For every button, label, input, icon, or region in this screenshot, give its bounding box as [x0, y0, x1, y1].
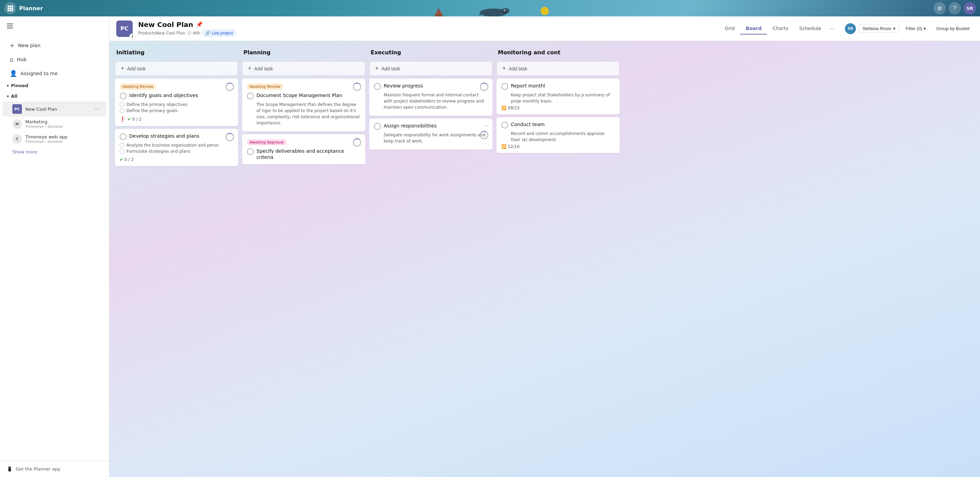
- task-title: Conduct team: [511, 121, 615, 127]
- card-description: Maintain frequent formal and informal co…: [383, 92, 488, 110]
- subtask-item: Analyze the business organization and pe…: [120, 143, 233, 147]
- card-date: 🔁 09/15: [501, 106, 615, 110]
- chevron-icon: ▾: [7, 94, 9, 99]
- plan-avatar-info-icon: ℹ: [129, 33, 135, 40]
- waffle-menu-button[interactable]: [4, 2, 16, 14]
- subtask-circle: [120, 149, 124, 154]
- card-subtasks: Define the primary objectives Define the…: [120, 102, 233, 113]
- task-complete-circle[interactable]: [374, 123, 381, 130]
- sidebar-header: [0, 16, 109, 35]
- column-header-initiating: Initiating: [115, 46, 238, 59]
- card-footer: ❗ ✔ 0 / 2: [120, 117, 233, 122]
- clock-icon: 🕐: [187, 31, 191, 35]
- help-button[interactable]: ?: [948, 2, 961, 14]
- column-cards-planning: Awaiting Review Document Scope Managemen…: [242, 79, 365, 472]
- plan-title-row: New Cool Plan 📌: [138, 21, 236, 29]
- check-icon: ✔: [120, 157, 123, 162]
- task-card-conduct-team[interactable]: Conduct team Record and comm accomplishm…: [496, 117, 620, 153]
- sidebar-item-assigned-to-me[interactable]: 👤 Assigned to me: [3, 66, 107, 80]
- show-more-link[interactable]: Show more: [3, 147, 107, 157]
- task-complete-circle[interactable]: [374, 83, 381, 90]
- task-card-assign-responsibilities[interactable]: ··· Assign responsibilities Delegate res…: [369, 119, 492, 150]
- plan-icon: M: [12, 119, 22, 129]
- add-task-button-monitoring[interactable]: + Add task: [496, 61, 620, 76]
- chevron-down-icon: ▾: [924, 26, 926, 31]
- plan-sub: Timeneye › General: [25, 124, 62, 129]
- task-complete-circle[interactable]: [247, 148, 254, 155]
- add-task-button-executing[interactable]: + Add task: [369, 61, 492, 76]
- sidebar-item-new-plan[interactable]: + New plan: [3, 38, 107, 52]
- tab-charts[interactable]: Charts: [767, 23, 794, 35]
- task-complete-circle[interactable]: [501, 83, 508, 90]
- all-label: All: [11, 93, 18, 99]
- task-card-document-scope[interactable]: Awaiting Review Document Scope Managemen…: [242, 79, 365, 132]
- task-card-identify-goals[interactable]: Awaiting Review Identify goals and objec…: [115, 79, 238, 126]
- hamburger-line: [7, 28, 13, 29]
- svg-rect-8: [12, 10, 13, 11]
- card-label: Awaiting Review: [247, 84, 283, 90]
- content-area: PC ℹ New Cool Plan 📌 ProductsNew Cool Pl…: [110, 16, 980, 477]
- subtask-item: Formulate strategies and plans: [120, 149, 233, 154]
- sidebar-pinned-section[interactable]: ▾ Pinned: [0, 80, 109, 91]
- column-cards-monitoring: Report monthl Keep project stat Stakehol…: [496, 79, 620, 472]
- task-complete-circle[interactable]: [247, 93, 254, 100]
- nav-more-button[interactable]: ···: [827, 23, 837, 35]
- svg-rect-5: [12, 8, 13, 9]
- pin-icon[interactable]: 📌: [196, 21, 203, 28]
- sidebar-plan-timeneye-web[interactable]: T Timeneye web app Timeneye › General: [3, 132, 107, 147]
- task-card-review-progress[interactable]: Review progress Maintain frequent formal…: [369, 79, 492, 116]
- tab-schedule[interactable]: Schedule: [794, 23, 826, 35]
- link-project-button[interactable]: 🔗 Link project: [202, 29, 236, 37]
- add-task-button-planning[interactable]: + Add task: [242, 61, 365, 76]
- tab-board[interactable]: Board: [740, 23, 767, 35]
- user-avatar[interactable]: SR: [964, 2, 976, 14]
- sidebar-all-section[interactable]: ▾ All: [0, 91, 109, 101]
- sidebar-item-hub[interactable]: ⌂ Hub: [3, 52, 107, 66]
- column-header-monitoring: Monitoring and cont: [496, 46, 620, 59]
- task-card-specify-deliverables[interactable]: Awaiting Approval Specify deliverables a…: [242, 134, 365, 164]
- plan-meta: Timeneye web app Timeneye › General: [25, 134, 67, 144]
- card-subtasks: Analyze the business organization and pe…: [120, 143, 233, 154]
- hub-icon: ⌂: [10, 56, 13, 63]
- tab-grid[interactable]: Grid: [719, 23, 740, 35]
- task-card-develop-strategies[interactable]: Develop strategies and plans Analyze the…: [115, 129, 238, 166]
- task-complete-circle[interactable]: [120, 133, 127, 140]
- group-by-button[interactable]: Group by Bucket: [932, 24, 973, 33]
- task-complete-circle[interactable]: [501, 122, 508, 128]
- repeat-icon: 🔁: [501, 106, 506, 110]
- plan-actions: SR Stefania Rossi ▾ Filter (0) ▾ Group b…: [845, 23, 973, 34]
- chevron-icon: ▾: [7, 83, 9, 88]
- plus-icon: +: [248, 65, 252, 72]
- card-more-button[interactable]: ···: [484, 123, 488, 129]
- card-progress: ✔ 0 / 2: [127, 117, 142, 122]
- sidebar-toggle-button[interactable]: [5, 21, 16, 32]
- get-app-label: Get the Planner app: [16, 466, 60, 472]
- column-planning: Planning + Add task Awaiting Review Doc: [242, 46, 365, 472]
- subtask-circle: [120, 143, 124, 147]
- member-avatar-stefania[interactable]: SR: [845, 23, 856, 34]
- task-title: Report monthl: [511, 83, 615, 89]
- sidebar-plan-new-cool-plan[interactable]: PC New Cool Plan ···: [3, 101, 107, 117]
- column-executing: Executing + Add task Review progress: [369, 46, 492, 472]
- sidebar: + New plan ⌂ Hub 👤 Assigned to me ▾ Pinn…: [0, 16, 110, 477]
- subtask-label: Analyze the business organization and pe…: [127, 143, 218, 147]
- plan-meta: Marketing Timeneye › General: [25, 119, 62, 129]
- svg-rect-3: [8, 8, 9, 9]
- plan-more-button[interactable]: ···: [93, 105, 101, 113]
- pinned-label: Pinned: [11, 83, 29, 88]
- filter-button[interactable]: Filter (0) ▾: [902, 24, 930, 33]
- column-initiating: Initiating + Add task Awaiting Review I: [115, 46, 238, 472]
- members-button[interactable]: Stefania Rossi ▾: [859, 24, 899, 33]
- card-timer-icon: [480, 131, 488, 139]
- task-card-report-monthly[interactable]: Report monthl Keep project stat Stakehol…: [496, 79, 620, 114]
- link-icon: 🔗: [205, 31, 210, 35]
- column-cards-executing: Review progress Maintain frequent formal…: [369, 79, 492, 472]
- settings-button[interactable]: ⚙: [934, 2, 946, 14]
- task-complete-circle[interactable]: [120, 93, 127, 100]
- add-task-button-initiating[interactable]: + Add task: [115, 61, 238, 76]
- sidebar-plan-marketing[interactable]: M Marketing Timeneye › General: [3, 117, 107, 132]
- plan-nav-tabs: Grid Board Charts Schedule ···: [719, 23, 837, 35]
- priority-icon: ❗: [120, 117, 126, 122]
- sidebar-footer-get-app[interactable]: 📱 Get the Planner app: [0, 461, 109, 477]
- plan-sub: Timeneye › General: [25, 139, 67, 144]
